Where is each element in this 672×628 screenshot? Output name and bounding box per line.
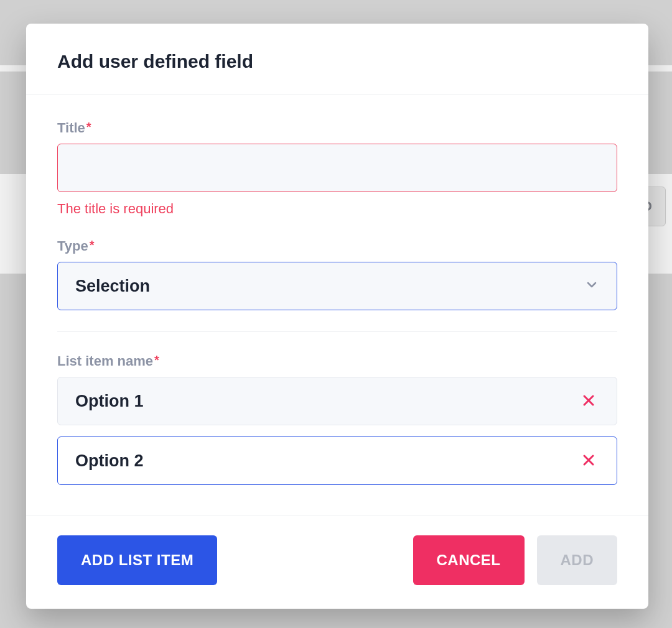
title-label-text: Title <box>57 120 85 136</box>
list-item-name-field: List item name* <box>57 353 617 485</box>
list-item-name-label: List item name* <box>57 353 617 369</box>
add-list-item-button[interactable]: ADD LIST ITEM <box>57 535 217 585</box>
add-user-defined-field-modal: Add user defined field Title* The title … <box>26 24 648 609</box>
modal-body: Title* The title is required Type* Selec… <box>26 95 648 515</box>
remove-list-item-button[interactable] <box>578 390 599 412</box>
chevron-down-icon <box>584 277 599 295</box>
type-label: Type* <box>57 238 617 254</box>
close-icon <box>581 393 596 410</box>
add-button: ADD <box>537 535 618 585</box>
type-select[interactable]: Selection <box>57 262 617 310</box>
type-field: Type* Selection <box>57 238 617 310</box>
list-item-input[interactable] <box>75 451 578 471</box>
section-divider <box>57 331 617 332</box>
list-item-row <box>57 377 617 425</box>
title-label: Title* <box>57 120 617 136</box>
modal-header: Add user defined field <box>26 24 648 95</box>
list-item-name-label-text: List item name <box>57 353 153 369</box>
remove-list-item-button[interactable] <box>578 450 599 471</box>
title-error-text: The title is required <box>57 201 617 217</box>
type-label-text: Type <box>57 238 88 254</box>
required-asterisk: * <box>90 238 95 252</box>
list-item-row <box>57 436 617 485</box>
required-asterisk: * <box>86 120 91 134</box>
modal-footer: ADD LIST ITEM CANCEL ADD <box>26 515 648 609</box>
modal-title: Add user defined field <box>57 51 617 72</box>
list-item-input[interactable] <box>75 392 578 411</box>
type-select-value: Selection <box>75 277 584 296</box>
title-field: Title* The title is required <box>57 120 617 217</box>
cancel-button[interactable]: CANCEL <box>413 535 525 585</box>
title-input[interactable] <box>57 144 617 192</box>
required-asterisk: * <box>154 353 159 367</box>
close-icon <box>581 453 596 469</box>
